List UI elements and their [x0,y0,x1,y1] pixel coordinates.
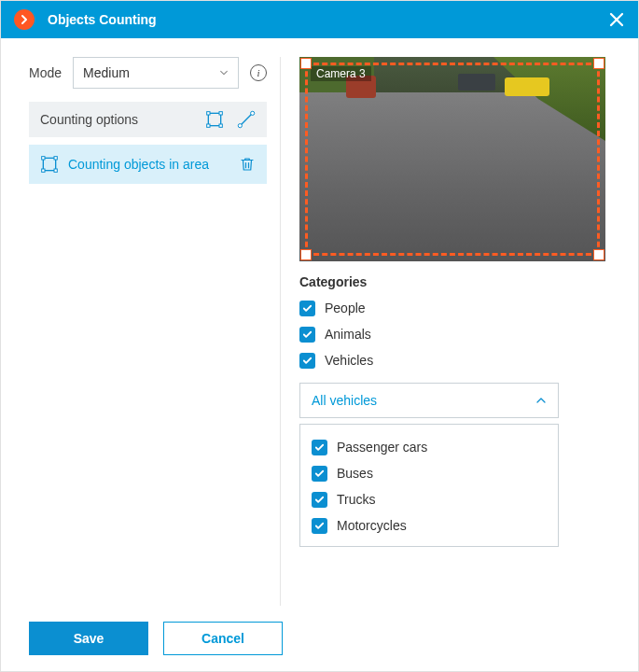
svg-rect-3 [207,124,210,127]
vehicle-option-buses[interactable]: Buses [312,460,547,486]
categories-title: Categories [299,274,610,289]
checkbox[interactable] [312,440,327,455]
category-label: Animals [325,327,371,342]
category-people[interactable]: People [299,295,610,321]
category-label: People [325,301,366,315]
check-icon [314,442,325,453]
rectangle-select-icon [40,155,59,174]
save-button[interactable]: Save [29,622,148,655]
checkbox[interactable] [312,518,327,534]
camera-label: Camera 3 [311,66,371,81]
vehicle-option-motorcycles[interactable]: Motorcycles [312,512,547,539]
rectangle-select-icon [205,110,224,129]
checkbox-animals[interactable] [299,327,315,343]
selection-handle-br[interactable] [593,249,604,260]
counting-area-item[interactable]: Counting objects in area [29,145,267,184]
vehicles-dropdown-panel: Passenger cars Buses Trucks [299,424,559,547]
vehicle-option-passenger-cars[interactable]: Passenger cars [312,434,547,460]
mode-value: Medium [83,65,130,80]
counting-area-label: Counting objects in area [68,157,209,172]
objects-counting-dialog: Objects Counting Mode Medium i Counting … [0,0,639,672]
vehicle-option-label: Motorcycles [337,518,407,533]
svg-rect-2 [219,112,222,115]
dialog-footer: Save Cancel [1,606,638,671]
vehicles-dropdown: All vehicles [299,383,559,418]
preview-scene [299,57,605,261]
left-panel: Mode Medium i Counting options [29,57,281,606]
checkbox[interactable] [312,492,327,508]
chevron-right-icon [19,14,30,25]
chevron-up-icon [535,395,547,406]
check-icon [314,521,325,531]
vehicles-dropdown-label: All vehicles [312,393,377,408]
selection-handle-tr[interactable] [593,58,604,69]
chevron-down-icon [219,68,229,77]
check-icon [302,303,313,314]
selection-handle-tl[interactable] [300,58,312,69]
svg-rect-12 [54,169,57,172]
vehicles-dropdown-toggle[interactable]: All vehicles [300,384,558,417]
category-vehicles[interactable]: Vehicles [299,347,610,373]
check-icon [302,329,313,340]
svg-rect-1 [207,112,210,115]
svg-line-5 [240,113,252,125]
category-animals[interactable]: Animals [299,321,610,347]
close-button[interactable] [608,11,625,28]
camera-preview[interactable]: Camera 3 [299,57,605,261]
mode-row: Mode Medium i [29,57,267,89]
delete-area-button[interactable] [239,156,256,173]
titlebar: Objects Counting [1,1,638,38]
vehicle-option-trucks[interactable]: Trucks [312,486,547,512]
trash-icon [239,156,256,173]
vehicle-option-label: Passenger cars [337,440,427,455]
selection-handle-bl[interactable] [300,249,312,260]
counting-options-title: Counting options [40,112,138,127]
checkbox-vehicles[interactable] [299,353,315,369]
line-tool-button[interactable] [237,110,256,129]
area-tool-button[interactable] [205,110,224,129]
checkbox[interactable] [312,466,327,482]
svg-point-6 [238,124,242,128]
dialog-body: Mode Medium i Counting options [1,38,638,606]
vehicle-option-label: Trucks [337,492,375,507]
cancel-button[interactable]: Cancel [163,622,283,655]
check-icon [314,495,325,505]
svg-rect-4 [219,124,222,127]
check-icon [302,356,313,366]
svg-rect-9 [42,157,45,160]
category-label: Vehicles [325,353,373,368]
counting-options-header: Counting options [29,102,267,137]
info-icon[interactable]: i [250,64,267,81]
checkbox-people[interactable] [299,301,315,316]
dialog-title: Objects Counting [48,12,157,27]
mode-select[interactable]: Medium [73,57,239,89]
mode-label: Mode [29,65,62,80]
svg-rect-10 [54,157,57,160]
svg-rect-11 [42,169,45,172]
svg-point-7 [251,111,255,115]
line-icon [237,110,256,129]
check-icon [314,469,325,479]
close-icon [608,11,625,28]
app-icon [14,9,35,30]
vehicle-option-label: Buses [337,466,373,481]
right-panel: Camera 3 Categories People Animals [299,57,610,606]
